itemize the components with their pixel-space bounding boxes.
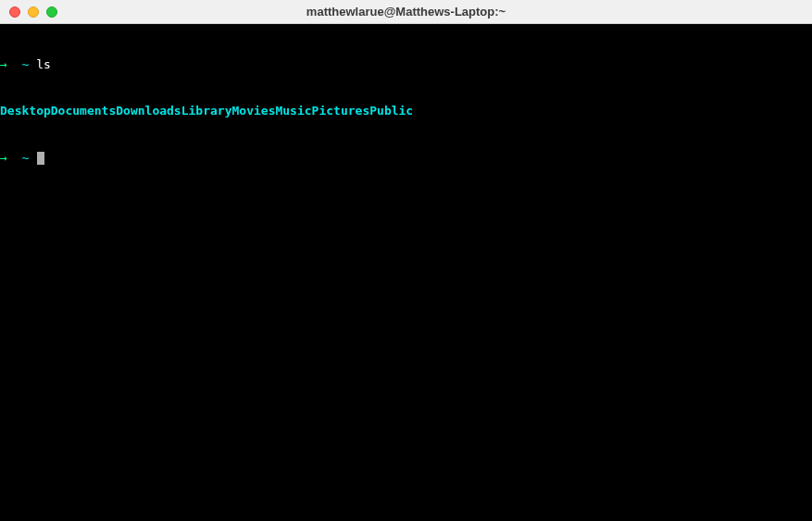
dir-library: Library <box>181 104 232 119</box>
minimize-icon[interactable] <box>28 6 39 18</box>
prompt-arrow: → <box>0 57 7 71</box>
dir-downloads: Downloads <box>116 104 181 119</box>
close-icon[interactable] <box>9 6 20 18</box>
dir-documents: Documents <box>51 104 116 119</box>
dir-pictures: Pictures <box>312 104 370 119</box>
ls-output: Desktop Documents Downloads Library Movi… <box>0 104 812 119</box>
prompt-tilde: ~ <box>21 151 29 165</box>
terminal-window: matthewlarue@Matthews-Laptop:~ → ~ ls De… <box>0 0 812 521</box>
prompt-arrow: → <box>0 151 7 165</box>
command-text: ls <box>36 57 51 71</box>
maximize-icon[interactable] <box>46 6 57 18</box>
terminal-body[interactable]: → ~ ls Desktop Documents Downloads Libra… <box>0 24 812 521</box>
traffic-lights <box>0 6 57 18</box>
prompt-tilde: ~ <box>21 57 29 71</box>
dir-movies: Movies <box>232 104 276 119</box>
dir-desktop: Desktop <box>0 104 51 119</box>
dir-music: Music <box>275 104 311 119</box>
window-title: matthewlarue@Matthews-Laptop:~ <box>0 5 812 19</box>
cursor <box>37 152 44 165</box>
titlebar[interactable]: matthewlarue@Matthews-Laptop:~ <box>0 0 812 24</box>
dir-public: Public <box>369 104 413 119</box>
prompt-line-1: → ~ ls <box>0 57 812 73</box>
prompt-line-2: → ~ <box>0 151 812 167</box>
